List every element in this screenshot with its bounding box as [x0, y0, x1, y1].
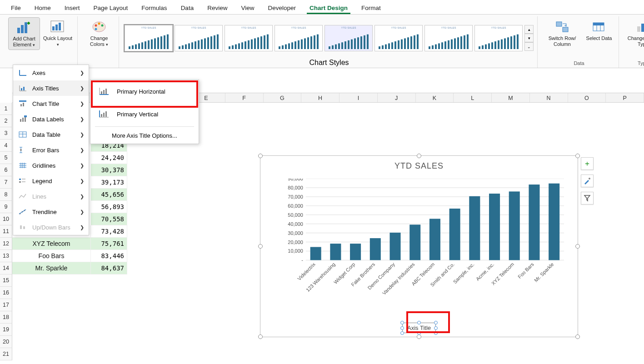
chart-style-4[interactable]: YTD SALES	[275, 25, 323, 51]
row-header-14[interactable]: 14	[0, 262, 12, 274]
axis-title-text[interactable]: Axis Title	[407, 324, 431, 331]
tab-view[interactable]: View	[238, 3, 257, 14]
row-header-12[interactable]: 12	[0, 238, 12, 250]
cell-val-r13[interactable]: 83,446	[91, 250, 127, 262]
tab-home[interactable]: Home	[32, 3, 54, 14]
tab-review[interactable]: Review	[205, 3, 230, 14]
col-header-J[interactable]: J	[378, 93, 416, 102]
chart-style-6[interactable]: YTD SALES	[374, 25, 423, 51]
tab-format[interactable]: Format	[359, 3, 384, 14]
row-header-19[interactable]: 19	[0, 324, 12, 336]
row-header-16[interactable]: 16	[0, 287, 12, 299]
chart-object[interactable]: YTD SALES -10,00020,00030,00040,00050,00…	[260, 155, 578, 337]
col-header-F[interactable]: F	[225, 93, 264, 102]
menu-item-error-bars[interactable]: Error Bars❯	[13, 142, 89, 158]
select-data-button[interactable]: Select Data	[583, 17, 615, 43]
menu-item-data-table[interactable]: Data Table❯	[13, 127, 89, 142]
cell-name-r14[interactable]: Mr. Sparkle	[12, 262, 91, 274]
row-header-4[interactable]: 4	[0, 140, 12, 152]
menu-item-axes[interactable]: Axes❯	[13, 65, 89, 80]
primary-horizontal-item[interactable]: Primary Horizontal	[90, 80, 199, 103]
chart-handle-l[interactable]	[258, 244, 263, 249]
change-chart-type-button[interactable]: Change Chart Type	[624, 17, 644, 49]
cell-val-r12[interactable]: 75,761	[91, 238, 127, 250]
chart-handle-tl[interactable]	[258, 154, 263, 158]
row-header-11[interactable]: 11	[0, 225, 12, 238]
more-axis-title-options-item[interactable]: More Axis Title Options...	[90, 128, 199, 144]
tab-developer[interactable]: Developer	[265, 3, 299, 14]
row-header-17[interactable]: 17	[0, 299, 12, 311]
menu-item-axis-titles[interactable]: Axis Titles❯	[13, 80, 89, 96]
quick-layout-button[interactable]: Quick Layout ▾	[42, 17, 74, 49]
row-header-18[interactable]: 18	[0, 311, 12, 324]
col-header-M[interactable]: M	[492, 93, 530, 102]
cell-val-r8[interactable]: 45,656	[91, 189, 127, 201]
menu-item-gridlines[interactable]: Gridlines❯	[13, 158, 89, 173]
axis-title-box[interactable]: Axis Title	[402, 323, 436, 333]
row-header-5[interactable]: 5	[0, 152, 12, 164]
add-chart-element-button[interactable]: Add Chart Element ▾	[8, 17, 40, 50]
cell-val-r11[interactable]: 73,428	[91, 225, 127, 238]
cell-val-r9[interactable]: 56,893	[91, 201, 127, 213]
tab-file[interactable]: File	[8, 3, 24, 14]
chart-handle-r[interactable]	[575, 244, 580, 249]
row-header-20[interactable]: 20	[0, 336, 12, 348]
menu-item-chart-title[interactable]: Chart Title❯	[13, 96, 89, 111]
col-header-I[interactable]: I	[339, 93, 378, 102]
col-header-P[interactable]: P	[606, 93, 644, 102]
tab-data[interactable]: Data	[178, 3, 197, 14]
tab-chart-design[interactable]: Chart Design	[307, 3, 350, 14]
row-header-13[interactable]: 13	[0, 250, 12, 262]
switch-row-column-button[interactable]: Switch Row/ Column	[543, 17, 581, 49]
chart-style-1[interactable]: YTD SALES	[125, 25, 173, 51]
chart-elements-button[interactable]: ＋	[581, 157, 594, 170]
tab-page-layout[interactable]: Page Layout	[91, 3, 131, 14]
chart-styles-button[interactable]	[581, 175, 594, 187]
row-header-6[interactable]: 6	[0, 164, 12, 176]
style-nav-up[interactable]: ▴	[524, 25, 534, 34]
chart-handle-br[interactable]	[575, 334, 580, 339]
chart-handle-t[interactable]	[417, 154, 421, 158]
col-header-K[interactable]: K	[416, 93, 454, 102]
cell-name-r12[interactable]: XYZ Telecom	[12, 238, 91, 250]
chart-filters-button[interactable]	[581, 192, 594, 204]
col-header-G[interactable]: G	[264, 93, 302, 102]
tab-formulas[interactable]: Formulas	[139, 3, 170, 14]
row-header-2[interactable]: 2	[0, 115, 12, 127]
col-header-L[interactable]: L	[454, 93, 492, 102]
cell-val-r7[interactable]: 39,173	[91, 176, 127, 189]
row-header-8[interactable]: 8	[0, 189, 12, 201]
row-header-9[interactable]: 9	[0, 201, 12, 213]
row-header-7[interactable]: 7	[0, 176, 12, 189]
chart-handle-tr[interactable]	[575, 154, 580, 158]
tab-insert[interactable]: Insert	[62, 3, 83, 14]
chart-style-5[interactable]: YTD SALES	[324, 25, 373, 51]
menu-item-data-labels[interactable]: Data Labels❯	[13, 111, 89, 127]
cell-val-r14[interactable]: 84,637	[91, 262, 127, 274]
chart-style-3[interactable]: YTD SALES	[225, 25, 273, 51]
chart-style-2[interactable]: YTD SALES	[175, 25, 223, 51]
chart-style-8[interactable]: YTD SALES	[474, 25, 523, 51]
row-header-15[interactable]: 15	[0, 274, 12, 287]
cell-val-r6[interactable]: 30,378	[91, 164, 127, 176]
row-header-10[interactable]: 10	[0, 213, 12, 225]
row-header-1[interactable]: 1	[0, 103, 12, 115]
primary-vertical-item[interactable]: Primary Vertical	[90, 103, 199, 125]
row-header-3[interactable]: 3	[0, 127, 12, 140]
cell-name-r13[interactable]: Foo Bars	[12, 250, 91, 262]
cell-val-r5[interactable]: 24,240	[91, 152, 127, 164]
chart-handle-bl[interactable]	[258, 334, 263, 339]
chart-title[interactable]: YTD SALES	[260, 156, 578, 176]
col-header-O[interactable]: O	[568, 93, 606, 102]
style-nav-down[interactable]: ▾	[524, 34, 534, 42]
change-colors-button[interactable]: Change Colors ▾	[83, 17, 115, 49]
chart-handle-b[interactable]	[417, 334, 421, 339]
chart-plot-area[interactable]: -10,00020,00030,00040,00050,00060,00070,…	[283, 179, 569, 305]
col-header-H[interactable]: H	[301, 93, 339, 102]
chart-style-7[interactable]: YTD SALES	[424, 25, 473, 51]
menu-item-trendline[interactable]: Trendline❯	[13, 204, 89, 219]
row-header-21[interactable]: 21	[0, 348, 12, 360]
cell-val-r10[interactable]: 70,558	[91, 213, 127, 225]
style-nav-more[interactable]: ⌄	[524, 42, 534, 51]
menu-item-legend[interactable]: Legend❯	[13, 173, 89, 189]
